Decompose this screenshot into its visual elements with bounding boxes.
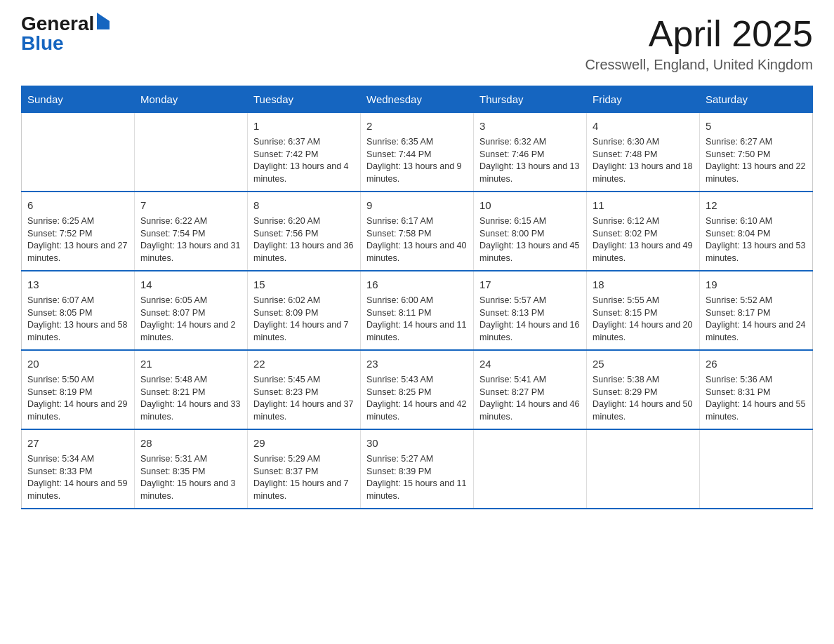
day-info: Sunrise: 6:35 AMSunset: 7:44 PMDaylight:… — [366, 136, 468, 185]
calendar-cell: 6Sunrise: 6:25 AMSunset: 7:52 PMDaylight… — [22, 192, 135, 271]
day-info: Sunrise: 5:34 AMSunset: 8:33 PMDaylight:… — [27, 453, 128, 502]
calendar-cell: 9Sunrise: 6:17 AMSunset: 7:58 PMDaylight… — [361, 192, 474, 271]
day-info: Sunrise: 6:02 AMSunset: 8:09 PMDaylight:… — [253, 295, 355, 344]
title-block: April 2025 Cresswell, England, United Ki… — [585, 14, 813, 73]
calendar-cell: 4Sunrise: 6:30 AMSunset: 7:48 PMDaylight… — [587, 113, 700, 192]
day-info: Sunrise: 6:27 AMSunset: 7:50 PMDaylight:… — [706, 136, 807, 185]
logo-blue-text: Blue — [21, 34, 64, 53]
day-info: Sunrise: 5:55 AMSunset: 8:15 PMDaylight:… — [593, 295, 694, 344]
calendar-cell: 24Sunrise: 5:41 AMSunset: 8:27 PMDayligh… — [474, 350, 587, 429]
logo: General Blue — [21, 14, 110, 53]
calendar-cell: 5Sunrise: 6:27 AMSunset: 7:50 PMDaylight… — [700, 113, 813, 192]
day-info: Sunrise: 5:48 AMSunset: 8:21 PMDaylight:… — [140, 374, 241, 423]
day-number: 6 — [27, 198, 128, 213]
day-number: 28 — [140, 436, 241, 450]
logo-triangle-icon — [97, 13, 110, 29]
day-info: Sunrise: 5:52 AMSunset: 8:17 PMDaylight:… — [706, 295, 807, 344]
calendar-cell: 17Sunrise: 5:57 AMSunset: 8:13 PMDayligh… — [474, 271, 587, 350]
day-number: 12 — [706, 198, 807, 213]
day-number: 27 — [27, 436, 128, 450]
day-info: Sunrise: 5:57 AMSunset: 8:13 PMDaylight:… — [479, 295, 581, 344]
col-header-saturday: Saturday — [700, 86, 813, 113]
calendar-cell: 29Sunrise: 5:29 AMSunset: 8:37 PMDayligh… — [248, 429, 361, 509]
day-number: 15 — [253, 277, 355, 292]
day-number: 20 — [27, 356, 128, 371]
day-number: 24 — [479, 356, 581, 371]
day-info: Sunrise: 6:12 AMSunset: 8:02 PMDaylight:… — [593, 215, 694, 264]
day-info: Sunrise: 5:45 AMSunset: 8:23 PMDaylight:… — [253, 374, 355, 423]
day-number: 23 — [366, 356, 468, 371]
day-number: 17 — [479, 277, 581, 292]
day-number: 18 — [593, 277, 694, 292]
calendar-cell: 25Sunrise: 5:38 AMSunset: 8:29 PMDayligh… — [587, 350, 700, 429]
calendar-cell: 15Sunrise: 6:02 AMSunset: 8:09 PMDayligh… — [248, 271, 361, 350]
day-info: Sunrise: 6:05 AMSunset: 8:07 PMDaylight:… — [140, 295, 241, 344]
location-text: Cresswell, England, United Kingdom — [585, 57, 813, 73]
day-number: 14 — [140, 277, 241, 292]
calendar-cell: 2Sunrise: 6:35 AMSunset: 7:44 PMDaylight… — [361, 113, 474, 192]
col-header-thursday: Thursday — [474, 86, 587, 113]
calendar-cell: 11Sunrise: 6:12 AMSunset: 8:02 PMDayligh… — [587, 192, 700, 271]
day-info: Sunrise: 6:10 AMSunset: 8:04 PMDaylight:… — [706, 215, 807, 264]
col-header-tuesday: Tuesday — [248, 86, 361, 113]
logo-general-text: General — [21, 14, 94, 34]
calendar-cell: 18Sunrise: 5:55 AMSunset: 8:15 PMDayligh… — [587, 271, 700, 350]
calendar-cell: 19Sunrise: 5:52 AMSunset: 8:17 PMDayligh… — [700, 271, 813, 350]
calendar-week-row: 6Sunrise: 6:25 AMSunset: 7:52 PMDaylight… — [22, 192, 813, 271]
calendar-cell: 13Sunrise: 6:07 AMSunset: 8:05 PMDayligh… — [22, 271, 135, 350]
page-header: General Blue April 2025 Cresswell, Engla… — [21, 14, 813, 73]
calendar-week-row: 13Sunrise: 6:07 AMSunset: 8:05 PMDayligh… — [22, 271, 813, 350]
calendar-header-row: SundayMondayTuesdayWednesdayThursdayFrid… — [22, 86, 813, 113]
day-number: 11 — [593, 198, 694, 213]
calendar-cell — [587, 429, 700, 509]
day-info: Sunrise: 6:25 AMSunset: 7:52 PMDaylight:… — [27, 215, 128, 264]
day-info: Sunrise: 5:36 AMSunset: 8:31 PMDaylight:… — [706, 374, 807, 423]
day-info: Sunrise: 6:22 AMSunset: 7:54 PMDaylight:… — [140, 215, 241, 264]
calendar-cell: 16Sunrise: 6:00 AMSunset: 8:11 PMDayligh… — [361, 271, 474, 350]
col-header-friday: Friday — [587, 86, 700, 113]
calendar-cell — [135, 113, 248, 192]
day-info: Sunrise: 6:15 AMSunset: 8:00 PMDaylight:… — [479, 215, 581, 264]
day-number: 10 — [479, 198, 581, 213]
day-info: Sunrise: 5:50 AMSunset: 8:19 PMDaylight:… — [27, 374, 128, 423]
day-info: Sunrise: 6:07 AMSunset: 8:05 PMDaylight:… — [27, 295, 128, 344]
month-title: April 2025 — [585, 14, 813, 54]
day-number: 30 — [366, 436, 468, 450]
col-header-monday: Monday — [135, 86, 248, 113]
col-header-sunday: Sunday — [22, 86, 135, 113]
calendar-cell: 27Sunrise: 5:34 AMSunset: 8:33 PMDayligh… — [22, 429, 135, 509]
day-info: Sunrise: 5:43 AMSunset: 8:25 PMDaylight:… — [366, 374, 468, 423]
day-info: Sunrise: 5:27 AMSunset: 8:39 PMDaylight:… — [366, 453, 468, 502]
calendar-cell: 1Sunrise: 6:37 AMSunset: 7:42 PMDaylight… — [248, 113, 361, 192]
col-header-wednesday: Wednesday — [361, 86, 474, 113]
calendar-cell: 14Sunrise: 6:05 AMSunset: 8:07 PMDayligh… — [135, 271, 248, 350]
day-info: Sunrise: 5:38 AMSunset: 8:29 PMDaylight:… — [593, 374, 694, 423]
day-number: 4 — [593, 119, 694, 133]
calendar-cell: 23Sunrise: 5:43 AMSunset: 8:25 PMDayligh… — [361, 350, 474, 429]
day-info: Sunrise: 6:00 AMSunset: 8:11 PMDaylight:… — [366, 295, 468, 344]
calendar-cell: 30Sunrise: 5:27 AMSunset: 8:39 PMDayligh… — [361, 429, 474, 509]
day-info: Sunrise: 6:20 AMSunset: 7:56 PMDaylight:… — [253, 215, 355, 264]
calendar-cell: 22Sunrise: 5:45 AMSunset: 8:23 PMDayligh… — [248, 350, 361, 429]
calendar-week-row: 27Sunrise: 5:34 AMSunset: 8:33 PMDayligh… — [22, 429, 813, 509]
calendar-cell: 7Sunrise: 6:22 AMSunset: 7:54 PMDaylight… — [135, 192, 248, 271]
day-number: 25 — [593, 356, 694, 371]
day-info: Sunrise: 5:41 AMSunset: 8:27 PMDaylight:… — [479, 374, 581, 423]
day-info: Sunrise: 6:32 AMSunset: 7:46 PMDaylight:… — [479, 136, 581, 185]
calendar-cell — [700, 429, 813, 509]
day-info: Sunrise: 6:37 AMSunset: 7:42 PMDaylight:… — [253, 136, 355, 185]
calendar-cell: 28Sunrise: 5:31 AMSunset: 8:35 PMDayligh… — [135, 429, 248, 509]
calendar-cell: 21Sunrise: 5:48 AMSunset: 8:21 PMDayligh… — [135, 350, 248, 429]
calendar-cell — [474, 429, 587, 509]
day-info: Sunrise: 6:30 AMSunset: 7:48 PMDaylight:… — [593, 136, 694, 185]
calendar-cell: 26Sunrise: 5:36 AMSunset: 8:31 PMDayligh… — [700, 350, 813, 429]
calendar-table: SundayMondayTuesdayWednesdayThursdayFrid… — [21, 86, 813, 509]
calendar-cell: 10Sunrise: 6:15 AMSunset: 8:00 PMDayligh… — [474, 192, 587, 271]
day-number: 9 — [366, 198, 468, 213]
day-info: Sunrise: 6:17 AMSunset: 7:58 PMDaylight:… — [366, 215, 468, 264]
day-number: 8 — [253, 198, 355, 213]
day-number: 26 — [706, 356, 807, 371]
day-number: 19 — [706, 277, 807, 292]
day-number: 3 — [479, 119, 581, 133]
day-info: Sunrise: 5:31 AMSunset: 8:35 PMDaylight:… — [140, 453, 241, 502]
